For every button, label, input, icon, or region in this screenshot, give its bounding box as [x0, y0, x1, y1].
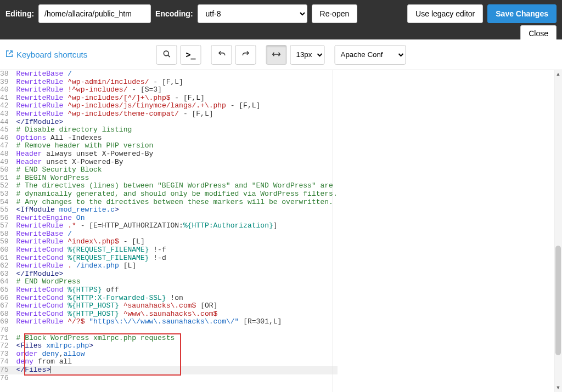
- line-number: 49: [0, 158, 14, 167]
- code-line[interactable]: 63</IfModule>: [0, 270, 338, 279]
- line-content[interactable]: # Any changes to the directives between …: [14, 198, 338, 207]
- line-number: 61: [0, 254, 14, 263]
- code-line[interactable]: 47# Remove header with PHP version: [0, 142, 338, 150]
- line-content[interactable]: deny from all: [14, 358, 338, 366]
- line-content[interactable]: Header unset X-Powered-By: [14, 158, 338, 167]
- code-line[interactable]: 76: [0, 374, 338, 383]
- line-content[interactable]: <IfModule mod_rewrite.c>: [14, 206, 338, 214]
- redo-button[interactable]: [235, 45, 256, 65]
- wrap-toggle-button[interactable]: [266, 45, 287, 65]
- code-line[interactable]: 57RewriteRule .* - [E=HTTP_AUTHORIZATION…: [0, 222, 338, 230]
- code-line[interactable]: 75</Files>: [0, 366, 338, 374]
- code-line[interactable]: 50# END Security Block: [0, 166, 338, 174]
- file-path-input[interactable]: [38, 4, 151, 23]
- line-content[interactable]: </Files>: [14, 366, 338, 374]
- code-line[interactable]: 49Header unset X-Powered-By: [0, 158, 338, 167]
- line-content[interactable]: Header always unset X-Powered-By: [14, 150, 338, 158]
- code-line[interactable]: 64# END WordPress: [0, 278, 338, 286]
- code-line[interactable]: 42RewriteRule ^wp-includes/js/tinymce/la…: [0, 102, 338, 110]
- line-content[interactable]: <Files xmlrpc.php>: [14, 342, 338, 350]
- line-content[interactable]: RewriteBase /: [14, 230, 338, 238]
- code-line[interactable]: 43RewriteRule ^wp-includes/theme-compat/…: [0, 110, 338, 118]
- line-content[interactable]: RewriteRule . /index.php [L]: [14, 262, 338, 270]
- code-line[interactable]: 53# dynamically generated, and should on…: [0, 190, 338, 198]
- line-content[interactable]: RewriteRule ^wp-includes/[^/]+\.php$ - […: [14, 94, 338, 103]
- code-line[interactable]: 69RewriteRule ^/?$ "https\:\/\/www\.saun…: [0, 318, 338, 326]
- line-content[interactable]: RewriteRule .* - [E=HTTP_AUTHORIZATION:%…: [14, 222, 338, 230]
- line-content[interactable]: </IfModule>: [14, 118, 338, 127]
- svg-line-1: [167, 55, 170, 57]
- line-content[interactable]: RewriteRule ^wp-admin/includes/ - [F,L]: [14, 78, 338, 87]
- search-button[interactable]: [156, 45, 177, 65]
- code-line[interactable]: 67RewriteCond %{HTTP_HOST} ^saunahacks\.…: [0, 302, 338, 310]
- line-content[interactable]: Options All -Indexes: [14, 134, 338, 143]
- line-content[interactable]: RewriteRule !^wp-includes/ - [S=3]: [14, 86, 338, 94]
- terminal-button[interactable]: >_: [181, 45, 201, 65]
- line-content[interactable]: RewriteRule ^wp-includes/js/tinymce/lang…: [14, 102, 338, 110]
- code-line[interactable]: 59RewriteRule ^index\.php$ - [L]: [0, 238, 338, 246]
- code-line[interactable]: 60RewriteCond %{REQUEST_FILENAME} !-f: [0, 246, 338, 254]
- line-content[interactable]: # END Security Block: [14, 166, 338, 174]
- code-line[interactable]: 61RewriteCond %{REQUEST_FILENAME} !-d: [0, 254, 338, 263]
- code-line[interactable]: 66RewriteCond %{HTTP:X-Forwarded-SSL} !o…: [0, 294, 338, 303]
- line-content[interactable]: RewriteCond %{REQUEST_FILENAME} !-d: [14, 254, 338, 263]
- scroll-down-arrow[interactable]: ▼: [554, 384, 562, 392]
- code-line[interactable]: 41RewriteRule ^wp-includes/[^/]+\.php$ -…: [0, 94, 338, 103]
- code-line[interactable]: 72<Files xmlrpc.php>: [0, 342, 338, 350]
- scroll-thumb[interactable]: [555, 246, 561, 355]
- code-line[interactable]: 58RewriteBase /: [0, 230, 338, 238]
- scroll-up-arrow[interactable]: ▲: [554, 70, 562, 78]
- code-line[interactable]: 54# Any changes to the directives betwee…: [0, 198, 338, 207]
- vertical-scrollbar[interactable]: ▲ ▼: [554, 70, 562, 392]
- code-line[interactable]: 56RewriteEngine On: [0, 214, 338, 223]
- line-content[interactable]: [14, 374, 338, 383]
- code-line[interactable]: 46Options All -Indexes: [0, 134, 338, 143]
- code-line[interactable]: 62RewriteRule . /index.php [L]: [0, 262, 338, 270]
- line-content[interactable]: # Block WordPress xmlrpc.php requests: [14, 334, 338, 343]
- line-content[interactable]: # Remove header with PHP version: [14, 142, 338, 150]
- font-size-select[interactable]: 13px: [290, 45, 325, 65]
- line-content[interactable]: RewriteRule ^/?$ "https\:\/\/www\.saunah…: [14, 318, 338, 326]
- code-line[interactable]: 39RewriteRule ^wp-admin/includes/ - [F,L…: [0, 78, 338, 87]
- legacy-editor-button[interactable]: Use legacy editor: [407, 4, 483, 23]
- syntax-select[interactable]: Apache Conf: [335, 45, 406, 65]
- line-content[interactable]: RewriteCond %{HTTP_HOST} ^saunahacks\.co…: [14, 302, 338, 310]
- line-content[interactable]: RewriteCond %{REQUEST_FILENAME} !-f: [14, 246, 338, 254]
- line-content[interactable]: RewriteBase /: [14, 70, 338, 78]
- code-editor[interactable]: 38RewriteBase /39RewriteRule ^wp-admin/i…: [0, 70, 562, 392]
- code-line[interactable]: 74deny from all: [0, 358, 338, 366]
- code-line[interactable]: 55<IfModule mod_rewrite.c>: [0, 206, 338, 214]
- line-content[interactable]: RewriteCond %{HTTP:X-Forwarded-SSL} !on: [14, 294, 338, 303]
- keyboard-shortcuts-link[interactable]: Keyboard shortcuts: [5, 50, 87, 59]
- line-content[interactable]: [14, 326, 338, 334]
- line-content[interactable]: # The directives (lines) between "BEGIN …: [14, 182, 338, 190]
- line-content[interactable]: RewriteRule ^wp-includes/theme-compat/ -…: [14, 110, 338, 118]
- code-line[interactable]: 45# Disable directory listing: [0, 126, 338, 134]
- save-changes-button[interactable]: Save Changes: [487, 4, 557, 23]
- line-content[interactable]: # dynamically generated, and should only…: [14, 190, 338, 198]
- line-number: 56: [0, 214, 14, 223]
- code-line[interactable]: 40RewriteRule !^wp-includes/ - [S=3]: [0, 86, 338, 94]
- encoding-select[interactable]: utf-8: [198, 4, 307, 23]
- line-content[interactable]: RewriteEngine On: [14, 214, 338, 223]
- line-content[interactable]: # Disable directory listing: [14, 126, 338, 134]
- code-line[interactable]: 70: [0, 326, 338, 334]
- line-content[interactable]: </IfModule>: [14, 270, 338, 279]
- undo-button[interactable]: [211, 45, 232, 65]
- code-line[interactable]: 73order deny,allow: [0, 350, 338, 359]
- code-line[interactable]: 52# The directives (lines) between "BEGI…: [0, 182, 338, 190]
- line-content[interactable]: order deny,allow: [14, 350, 338, 359]
- code-line[interactable]: 68RewriteCond %{HTTP_HOST} ^www\.saunaha…: [0, 310, 338, 319]
- code-line[interactable]: 48Header always unset X-Powered-By: [0, 150, 338, 158]
- line-content[interactable]: # END WordPress: [14, 278, 338, 286]
- line-content[interactable]: RewriteCond %{HTTP_HOST} ^www\.saunahack…: [14, 310, 338, 319]
- reopen-button[interactable]: Re-open: [312, 4, 358, 23]
- line-content[interactable]: RewriteRule ^index\.php$ - [L]: [14, 238, 338, 246]
- line-content[interactable]: RewriteCond %{HTTPS} off: [14, 286, 338, 294]
- code-line[interactable]: 38RewriteBase /: [0, 70, 338, 78]
- code-line[interactable]: 44</IfModule>: [0, 118, 338, 127]
- code-line[interactable]: 51# BEGIN WordPress: [0, 174, 338, 183]
- code-line[interactable]: 71# Block WordPress xmlrpc.php requests: [0, 334, 338, 343]
- code-line[interactable]: 65RewriteCond %{HTTPS} off: [0, 286, 338, 294]
- line-content[interactable]: # BEGIN WordPress: [14, 174, 338, 183]
